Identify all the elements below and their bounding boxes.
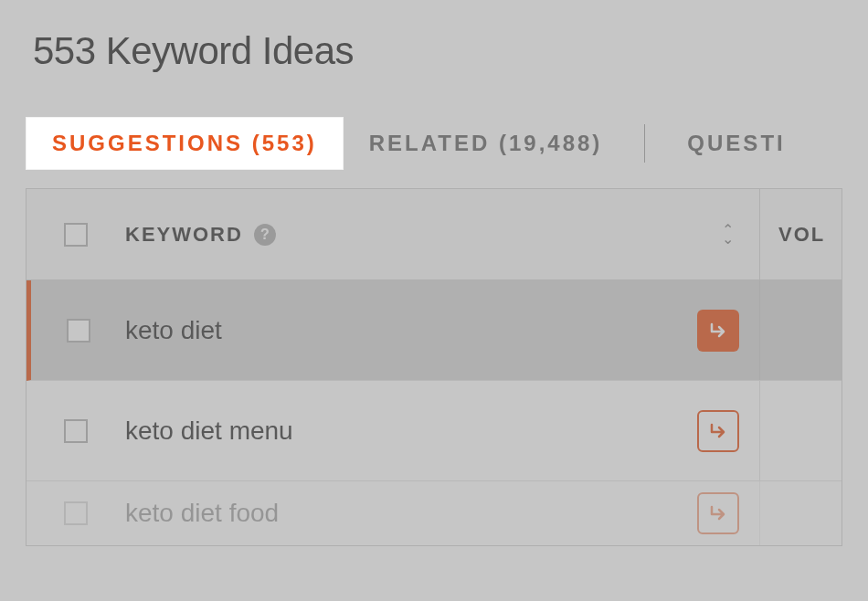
- row-volume-cell: [759, 481, 842, 545]
- keyword-text: keto diet food: [125, 499, 279, 528]
- table-row[interactable]: keto diet food: [26, 481, 842, 545]
- tab-suggestions-count: (553): [252, 131, 317, 155]
- page-title: 553 Keyword Ideas: [0, 0, 868, 73]
- table-row[interactable]: keto diet: [26, 280, 842, 381]
- volume-column-label: VOL: [778, 223, 825, 247]
- tab-divider: [644, 124, 645, 163]
- tab-related-label: RELATED: [369, 131, 491, 155]
- tab-questions[interactable]: QUESTI: [662, 118, 810, 169]
- tab-suggestions[interactable]: SUGGESTIONS (553): [26, 117, 344, 170]
- tab-questions-label: QUESTI: [687, 131, 785, 155]
- arrow-right-icon: [707, 320, 729, 342]
- arrow-right-icon: [707, 502, 729, 524]
- table-header: KEYWORD ? ⌃ ⌄ VOL: [26, 189, 842, 280]
- volume-column-header[interactable]: VOL: [759, 189, 842, 279]
- row-checkbox-col: [26, 501, 125, 525]
- row-keyword-cell: keto diet food: [125, 499, 677, 528]
- row-checkbox-col: [31, 319, 125, 343]
- select-all-checkbox[interactable]: [64, 223, 88, 247]
- arrow-right-icon: [707, 420, 729, 442]
- chevron-down-icon: ⌄: [722, 235, 734, 244]
- row-keyword-cell: keto diet: [125, 316, 677, 345]
- expand-button[interactable]: [697, 492, 739, 534]
- row-checkbox[interactable]: [64, 501, 88, 525]
- row-checkbox[interactable]: [64, 419, 88, 443]
- keyword-column-label: KEYWORD: [125, 223, 243, 247]
- table-row[interactable]: keto diet menu: [26, 381, 842, 481]
- row-keyword-cell: keto diet menu: [125, 416, 677, 446]
- row-volume-cell: [759, 381, 842, 480]
- expand-button[interactable]: [697, 310, 739, 352]
- tab-related[interactable]: RELATED (19,488): [344, 118, 629, 169]
- expand-button[interactable]: [697, 410, 739, 452]
- help-icon[interactable]: ?: [254, 224, 276, 246]
- row-checkbox-col: [26, 419, 125, 443]
- select-all-col: [26, 223, 125, 247]
- tab-suggestions-label: SUGGESTIONS: [52, 131, 243, 155]
- sort-icon[interactable]: ⌃ ⌄: [722, 226, 734, 244]
- row-volume-cell: [759, 280, 842, 380]
- row-checkbox[interactable]: [67, 319, 90, 343]
- keyword-column-header[interactable]: KEYWORD ? ⌃ ⌄: [125, 223, 759, 247]
- tab-related-count: (19,488): [499, 131, 602, 155]
- tabs-row: SUGGESTIONS (553) RELATED (19,488) QUEST…: [0, 117, 868, 170]
- keyword-text: keto diet: [125, 316, 222, 345]
- row-action-col: [677, 492, 759, 534]
- keyword-text: keto diet menu: [125, 416, 293, 446]
- keyword-table: KEYWORD ? ⌃ ⌄ VOL keto diet: [26, 188, 842, 546]
- row-action-col: [677, 410, 759, 452]
- row-action-col: [677, 310, 759, 352]
